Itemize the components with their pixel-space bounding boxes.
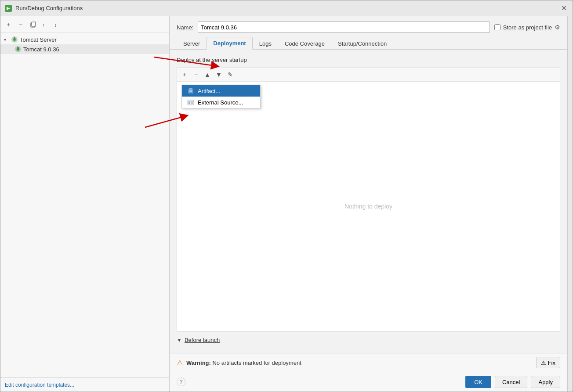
apply-button[interactable]: Apply [531,376,560,388]
action-buttons: ? OK Cancel Apply [170,372,567,392]
tomcat-server-icon [11,36,18,43]
warning-bar: ⚠ Warning: No artifacts marked for deplo… [170,353,567,372]
dialog-title: Run/Debug Configurations [15,5,83,11]
svg-rect-6 [188,89,193,94]
run-debug-dialog: ▶ Run/Debug Configurations ✕ + − ↑ [0,0,573,392]
tab-code-coverage[interactable]: Code Coverage [278,37,331,50]
deploy-edit-button[interactable]: ✎ [225,70,235,79]
tabs-bar: Server Deployment Logs Code Coverage Sta… [170,36,567,50]
tab-content: Deploy at the server startup + − ▲ ▼ ✎ [170,50,567,353]
store-project-checkbox[interactable] [494,24,500,30]
deploy-content-area: Nothing to deploy [177,82,560,331]
fix-button[interactable]: ⚠ Fix [536,357,560,368]
deploy-move-up-button[interactable]: ▲ [203,70,212,79]
main-content: + − ↑ ↕ [0,16,573,392]
dropdown-external-source-item[interactable]: External Source... [182,97,260,108]
tree-item-tomcat-9036[interactable]: Tomcat 9.0.36 [0,44,169,54]
before-launch-collapse-icon: ▼ [177,337,182,343]
deploy-add-button[interactable]: + [180,70,189,79]
warning-icon: ⚠ [177,359,183,367]
cancel-button[interactable]: Cancel [495,376,527,388]
tree-toggle-tomcat[interactable]: ▾ [4,37,9,42]
svg-rect-1 [32,22,36,26]
tab-deployment[interactable]: Deployment [207,37,252,50]
svg-rect-7 [189,88,192,90]
sidebar: + − ↑ ↕ [0,16,170,392]
dropdown-artifact-item[interactable]: Artifact... [182,85,260,97]
sidebar-footer: Edit configuration templates... [0,378,169,392]
store-project-area: Store as project file ⚙ [494,24,560,31]
svg-rect-12 [189,102,190,104]
before-launch-label: Before launch [185,337,220,343]
dropdown-external-source-label: External Source... [198,99,243,106]
right-panel: Name: Store as project file ⚙ Server Dep… [170,16,567,392]
name-label: Name: [177,24,193,31]
warning-text: Warning: No artifacts marked for deploym… [186,360,533,366]
copy-config-button[interactable] [28,19,38,30]
deploy-move-down-button[interactable]: ▼ [214,70,224,79]
deploy-section: Deploy at the server startup + − ▲ ▼ ✎ [177,57,560,331]
dropdown-artifact-label: Artifact... [198,88,220,94]
tab-startup-connection[interactable]: Startup/Connection [331,37,393,50]
sidebar-toolbar: + − ↑ ↕ [0,16,169,33]
close-button[interactable]: ✕ [559,4,568,13]
store-project-label: Store as project file [503,24,552,31]
tomcat-instance-icon [15,46,22,53]
external-source-icon [187,99,194,106]
svg-text:↕: ↕ [54,22,57,28]
sidebar-tree: ▾ Tomcat Server [0,33,169,378]
sort-config-button[interactable]: ↕ [52,19,63,30]
ok-button[interactable]: OK [465,376,491,388]
tomcat-server-label: Tomcat Server [20,36,57,43]
deploy-toolbar: + − ▲ ▼ ✎ [177,68,560,82]
remove-config-button[interactable]: − [15,19,26,30]
store-project-gear-icon[interactable]: ⚙ [555,24,560,31]
tab-server[interactable]: Server [177,37,207,50]
deploy-box: + − ▲ ▼ ✎ [177,68,560,331]
tab-logs[interactable]: Logs [253,37,278,50]
svg-text:↑: ↑ [42,22,45,28]
right-panel-wrapper: Name: Store as project file ⚙ Server Dep… [170,16,573,392]
svg-rect-13 [191,102,193,104]
deploy-section-label: Deploy at the server startup [177,57,560,63]
edit-templates-link[interactable]: Edit configuration templates... [5,382,74,388]
help-button[interactable]: ? [177,378,185,386]
tomcat-instance-label: Tomcat 9.0.36 [23,46,59,53]
deploy-dropdown-menu: Artifact... [181,85,261,108]
title-bar: ▶ Run/Debug Configurations ✕ [0,0,573,16]
dialog-icon: ▶ [5,5,12,12]
before-launch-header[interactable]: ▼ Before launch [177,337,560,343]
add-config-button[interactable]: + [3,19,14,30]
nothing-to-deploy-text: Nothing to deploy [345,203,392,210]
name-input[interactable] [198,22,490,33]
name-row: Name: Store as project file ⚙ [170,16,567,36]
bottom-bar: ⚠ Warning: No artifacts marked for deplo… [170,353,567,392]
tree-item-tomcat-server[interactable]: ▾ Tomcat Server [0,35,169,44]
vertical-scrollbar[interactable] [567,16,573,392]
deploy-remove-button[interactable]: − [191,70,201,79]
before-launch-section: ▼ Before launch [177,337,560,346]
move-config-button[interactable]: ↑ [40,19,51,30]
artifact-icon [187,87,194,94]
